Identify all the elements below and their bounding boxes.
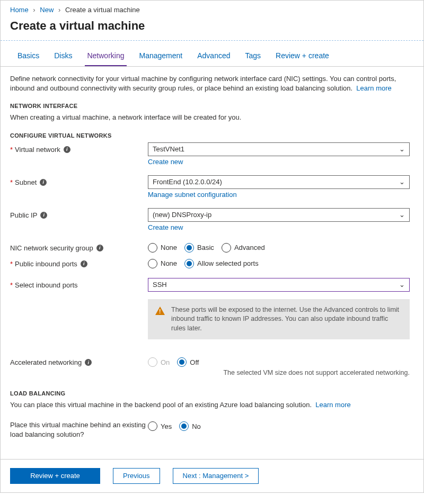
subnet-label: *Subnet i: [10, 175, 148, 186]
warning-icon: [155, 307, 165, 315]
accel-helper: The selected VM size does not support ac…: [148, 369, 410, 376]
lb-learn-more-link[interactable]: Learn more: [315, 401, 350, 409]
subnet-manage-link[interactable]: Manage subnet configuration: [148, 191, 237, 199]
learn-more-link[interactable]: Learn more: [356, 84, 391, 92]
chevron-down-icon: ⌄: [399, 178, 405, 186]
nsg-radio-basic[interactable]: Basic: [184, 243, 214, 253]
footer-actions: Review + create Previous Next : Manageme…: [1, 459, 423, 492]
info-icon[interactable]: i: [96, 245, 103, 251]
section-nic-sub: When creating a virtual machine, a netwo…: [10, 113, 414, 122]
ports-warning: These ports will be exposed to the inter…: [148, 299, 410, 340]
inbound-radio-none[interactable]: None: [148, 259, 177, 268]
vnet-create-new-link[interactable]: Create new: [148, 158, 183, 166]
accel-radio-off[interactable]: Off: [177, 357, 199, 367]
info-icon[interactable]: i: [85, 359, 92, 366]
tab-management[interactable]: Management: [137, 51, 185, 66]
breadcrumb-current: Create a virtual machine: [65, 6, 140, 14]
public-ip-create-new-link[interactable]: Create new: [148, 223, 183, 231]
public-ip-select[interactable]: (new) DNSProxy-ip ⌄: [148, 208, 410, 222]
chevron-down-icon: ⌄: [399, 211, 405, 219]
tab-disks[interactable]: Disks: [52, 51, 74, 66]
accel-radio-on: On: [148, 357, 170, 367]
nsg-radio-advanced[interactable]: Advanced: [222, 243, 265, 253]
info-icon[interactable]: i: [64, 146, 70, 153]
info-icon[interactable]: i: [40, 212, 47, 219]
lb-radio-group: Yes No: [148, 419, 414, 431]
public-ip-label: Public IP i: [10, 208, 148, 219]
page-title: Create a virtual machine: [1, 17, 423, 41]
lb-place-label: Place this virtual machine behind an exi…: [10, 419, 148, 439]
next-button[interactable]: Next : Management >: [173, 468, 259, 484]
section-lb-sub: You can place this virtual machine in th…: [10, 400, 414, 410]
page-description: Define network connectivity for your vir…: [10, 74, 414, 93]
chevron-right-icon: ›: [58, 6, 60, 14]
inbound-ports-label: *Public inbound ports i: [10, 257, 148, 268]
tab-review[interactable]: Review + create: [273, 51, 331, 66]
vnet-select[interactable]: TestVNet1 ⌄: [148, 142, 410, 156]
chevron-down-icon: ⌄: [399, 281, 405, 289]
tab-bar: Basics Disks Networking Management Advan…: [1, 41, 423, 67]
info-icon[interactable]: i: [40, 179, 47, 186]
review-create-button[interactable]: Review + create: [10, 468, 100, 484]
nsg-radio-none[interactable]: None: [148, 243, 177, 253]
section-load-balancing: LOAD BALANCING: [10, 390, 414, 397]
breadcrumb-new[interactable]: New: [40, 6, 54, 14]
select-ports-dropdown[interactable]: SSH ⌄: [148, 278, 410, 292]
breadcrumb: Home › New › Create a virtual machine: [1, 1, 423, 17]
chevron-right-icon: ›: [33, 6, 35, 14]
select-ports-label: *Select inbound ports: [10, 278, 148, 289]
lb-radio-yes[interactable]: Yes: [148, 421, 172, 431]
previous-button[interactable]: Previous: [113, 468, 160, 484]
vnet-label: *Virtual network i: [10, 142, 148, 154]
accel-label: Accelerated networking i: [10, 355, 148, 366]
nsg-label: NIC network security group i: [10, 241, 148, 252]
section-configure-vnet: CONFIGURE VIRTUAL NETWORKS: [10, 132, 414, 139]
lb-radio-no[interactable]: No: [179, 421, 201, 431]
tab-networking[interactable]: Networking: [85, 51, 126, 66]
info-icon[interactable]: i: [81, 260, 87, 267]
tab-tags[interactable]: Tags: [243, 51, 263, 66]
nsg-radio-group: None Basic Advanced: [148, 241, 414, 253]
section-network-interface: NETWORK INTERFACE: [10, 103, 414, 109]
chevron-down-icon: ⌄: [399, 145, 405, 153]
accel-radio-group: On Off: [148, 355, 414, 367]
inbound-ports-radio-group: None Allow selected ports: [148, 257, 414, 268]
tab-basics[interactable]: Basics: [15, 51, 41, 66]
breadcrumb-home[interactable]: Home: [10, 6, 29, 14]
tab-advanced[interactable]: Advanced: [195, 51, 232, 66]
subnet-select[interactable]: FrontEnd (10.2.0.0/24) ⌄: [148, 175, 410, 189]
inbound-radio-allow[interactable]: Allow selected ports: [184, 259, 259, 268]
